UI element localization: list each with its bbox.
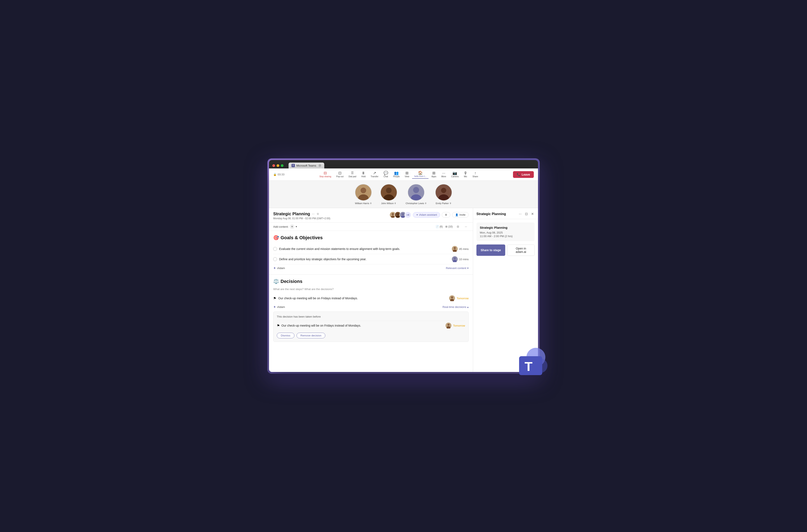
svg-point-7 [413, 187, 419, 193]
share-to-stage-button[interactable]: Share to stage [476, 245, 505, 256]
close-traffic-light[interactable] [272, 164, 275, 167]
share-button[interactable]: ↑ Share [470, 170, 480, 178]
add-content-bar: Add content: + ▾ 📄 (6) ⊞ (10) [269, 223, 473, 231]
real-time-decisions-link[interactable]: Real-time decisions ▴ [443, 305, 469, 308]
agenda-item-2: Define and prioritize key strategic obje… [273, 254, 469, 264]
decision-item-1: ⚑ Our check-up meeting will be on Friday… [273, 293, 469, 303]
svg-point-28 [451, 296, 453, 299]
star-icon[interactable]: ★ [316, 212, 319, 216]
camera-button[interactable]: 📷 Camera [449, 170, 461, 178]
settings-button[interactable]: ⚙ [442, 212, 451, 217]
leave-button[interactable]: 📞 Leave [513, 171, 534, 178]
panel-more-button[interactable]: ··· [463, 224, 469, 229]
view-button[interactable]: ⊞ View [403, 170, 411, 178]
stop-sharing-icon: ⊟ [324, 171, 327, 175]
app-window: 🔒 03:33 ⊟ Stop sharing ⊡ Pop out ⠿ [269, 168, 538, 372]
side-panel-title: Strategic Planning [476, 212, 506, 216]
apps-icon: ⊞ [432, 171, 436, 175]
side-panel-expand-button[interactable]: ⊡ [524, 211, 529, 216]
camera-label: Camera [451, 175, 459, 178]
people-button[interactable]: 👥 People [391, 170, 402, 178]
svg-point-1 [361, 188, 366, 193]
main-content: Strategic Planning ··· ★ Monday Aug 08, … [269, 208, 538, 372]
agenda-item-1-text: Evaluate the current vision and mission … [279, 247, 400, 251]
chat-button[interactable]: 💬 Chat [382, 170, 390, 178]
add-content-left[interactable]: Add content: + ▾ [273, 224, 297, 229]
mic-button[interactable]: 🎙 Mic [461, 170, 470, 178]
view-icon: ⊞ [405, 171, 408, 175]
decision-item-1-left: ⚑ Our check-up meeting will be on Friday… [273, 296, 449, 300]
agenda-item-2-right: 10 mins [452, 256, 469, 262]
meeting-panel: Strategic Planning ··· ★ Monday Aug 08, … [269, 208, 473, 372]
open-in-adam-button[interactable]: Open in adam.ai [507, 245, 535, 256]
real-time-chevron: ▴ [467, 305, 469, 308]
relevant-content-link[interactable]: Relevant content ▾ [446, 267, 469, 270]
mic-icon: 🎙 [464, 171, 467, 175]
decision-card-item-left: ⚑ Our check-up meeting will be on Friday… [277, 324, 361, 328]
timer-icon: 🔒 [273, 173, 277, 176]
add-content-plus-icon[interactable]: + [290, 224, 294, 229]
tab-close-button[interactable]: × [318, 164, 321, 167]
participant-name-emily: Emily Parker 🎙 [436, 202, 452, 205]
side-panel-body: Strategic Planning Mon, Aug 08, 2025 11:… [473, 219, 538, 259]
svg-point-31 [447, 324, 450, 326]
teams-tab[interactable]: T Microsoft Teams × [289, 163, 324, 168]
agenda-checkbox-2[interactable] [273, 257, 277, 261]
agenda-checkbox-1[interactable] [273, 247, 277, 251]
side-panel-actions: Share to stage Open in adam.ai [476, 245, 535, 256]
meeting-info-time: 11:00 AM - 2:00 PM (2 hrs) [480, 234, 531, 238]
people-label: People [393, 175, 400, 178]
settings-icon: ⚙ [445, 213, 447, 216]
leave-phone-icon: 📞 [517, 173, 520, 176]
participant-william: William Harris 🎙 [355, 184, 372, 205]
dismiss-button[interactable]: Dismiss [277, 333, 294, 338]
participant-avatar-john [380, 184, 397, 201]
remove-decision-button[interactable]: Remove decision [296, 333, 326, 338]
side-panel-close-button[interactable]: ✕ [530, 211, 535, 216]
svg-point-4 [386, 188, 392, 193]
goals-iadam-row: ✦ iAdam Relevant content ▾ [273, 264, 469, 271]
maximize-traffic-light[interactable] [281, 164, 283, 167]
chat-label: Chat [384, 175, 388, 178]
add-content-label: Add content: [273, 225, 289, 228]
agenda-item-2-text: Define and prioritize key strategic obje… [279, 258, 367, 261]
goals-section: 🎯 Goals & Objectives Evaluate the curren… [269, 231, 473, 274]
pop-out-label: Pop out [336, 175, 343, 178]
hello-button[interactable]: 🏠 hello from t... [412, 170, 428, 179]
chat-icon: 💬 [384, 171, 388, 175]
transfer-button[interactable]: ↗ Transfer [369, 170, 381, 178]
meeting-header-right: +4 ✦ iAdam assistant ⚙ 👤 Invi [389, 211, 469, 218]
invite-button[interactable]: 👤 Invite [452, 212, 469, 217]
card-decision-icon: ⚑ [277, 324, 280, 328]
hold-label: Hold [361, 175, 366, 178]
stop-sharing-label: Stop sharing [319, 175, 331, 178]
pop-out-button[interactable]: ⊡ Pop out [334, 170, 346, 178]
meeting-title-area: Strategic Planning ··· ★ Monday Aug 08, … [273, 211, 330, 220]
add-content-chevron-icon[interactable]: ▾ [296, 225, 297, 228]
hold-button[interactable]: ⏸ Hold [359, 170, 368, 178]
participants-bar: William Harris 🎙 John Wilson � [269, 180, 538, 208]
more-options-dots[interactable]: ··· [312, 212, 315, 216]
share-label: Share [473, 175, 478, 178]
svg-point-10 [441, 188, 446, 193]
share-icon: ↑ [474, 171, 476, 175]
tab-bar: T Microsoft Teams × [289, 163, 324, 168]
transfer-icon: ↗ [373, 171, 376, 175]
meeting-title: Strategic Planning ··· ★ [273, 211, 330, 216]
participant-john: John Wilson 🎙 [380, 184, 397, 205]
card-decision-text: Our check-up meeting will be on Fridays … [281, 324, 361, 327]
decision-item-1-text: Our check-up meeting will be on Fridays … [278, 297, 358, 300]
view-options-button[interactable]: ⊡ [455, 224, 461, 229]
mic-indicator-christopher: 🎙 [425, 202, 427, 205]
apps-button[interactable]: ⊞ Apps [429, 170, 438, 178]
stop-sharing-button[interactable]: ⊟ Stop sharing [317, 170, 333, 178]
meeting-header: Strategic Planning ··· ★ Monday Aug 08, … [269, 208, 473, 223]
side-panel-header: Strategic Planning ··· ⊡ ✕ [473, 208, 538, 219]
minimize-traffic-light[interactable] [277, 164, 279, 167]
decision-icon: ⚑ [273, 296, 276, 300]
iadam-assistant-button[interactable]: ✦ iAdam assistant [413, 212, 440, 217]
side-panel-more-button[interactable]: ··· [518, 212, 522, 216]
dial-pad-button[interactable]: ⠿ Dial pad [347, 170, 359, 178]
apps-label: Apps [432, 175, 436, 178]
more-button[interactable]: ··· More [439, 170, 448, 178]
